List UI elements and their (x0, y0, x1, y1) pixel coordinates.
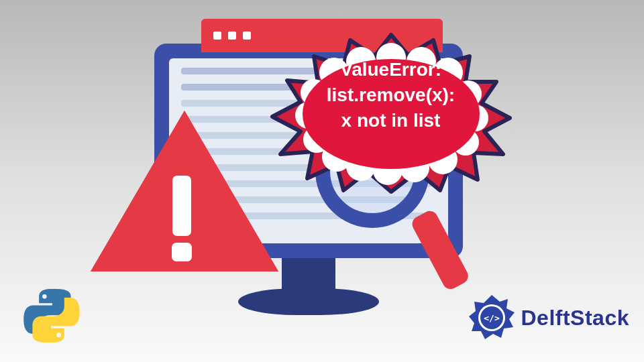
exclamation-bar (172, 176, 191, 236)
brand-name: DelftStack (521, 306, 630, 330)
monitor-stand-neck (282, 255, 335, 292)
error-line-3: x not in list (341, 110, 441, 131)
window-dot (243, 32, 251, 40)
monitor-stand-base (238, 288, 379, 315)
python-logo-icon (21, 286, 82, 346)
window-dot (213, 32, 221, 40)
browser-header (201, 19, 443, 52)
error-line-2: list.remove(x): (327, 84, 455, 105)
delftstack-branding: </> DelftStack (468, 294, 630, 342)
exclamation-dot (172, 243, 192, 261)
error-message: ValueError: list.remove(x): x not in lis… (288, 57, 493, 133)
error-line-1: ValueError: (340, 59, 441, 80)
delftstack-logo-icon: </> (468, 294, 516, 342)
svg-text:</>: </> (484, 313, 500, 323)
window-dot (228, 32, 236, 40)
